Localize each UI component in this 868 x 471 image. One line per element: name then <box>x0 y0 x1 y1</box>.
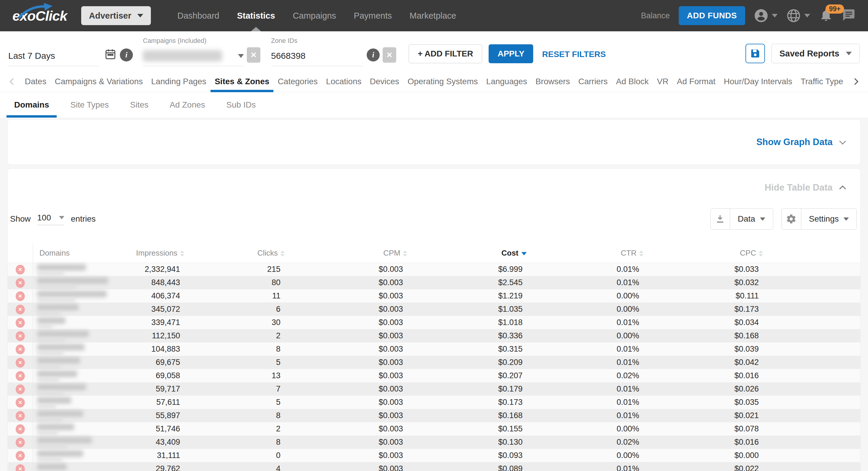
advertiser-role-dropdown[interactable]: Advertiser <box>81 6 151 25</box>
tab-devices[interactable]: Devices <box>366 71 404 92</box>
exclude-domain-button[interactable]: ✕ <box>16 464 25 471</box>
apply-button[interactable]: APPLY <box>489 44 533 63</box>
column-header-impressions[interactable]: Impressions <box>102 244 188 263</box>
tabs-scroll-left-icon[interactable] <box>10 78 17 85</box>
subtab-sub-ids[interactable]: Sub IDs <box>219 92 264 118</box>
date-range-field[interactable]: Last 7 Days <box>8 49 99 66</box>
exclude-domain-button[interactable]: ✕ <box>16 291 25 301</box>
column-header-clicks[interactable]: Clicks <box>188 244 289 263</box>
domain-cell[interactable] <box>33 316 102 329</box>
reset-filters-link[interactable]: RESET FILTERS <box>542 50 606 59</box>
nav-item-dashboard[interactable]: Dashboard <box>168 0 228 31</box>
exoclick-logo[interactable]: exoClick <box>12 0 67 31</box>
tab-traffic-type[interactable]: Traffic Type <box>797 71 847 92</box>
domain-cell[interactable] <box>33 369 102 382</box>
domain-cell[interactable] <box>33 396 102 409</box>
exclude-domain-button[interactable]: ✕ <box>16 371 25 381</box>
tab-vr[interactable]: VR <box>653 71 673 92</box>
nav-item-campaigns[interactable]: Campaigns <box>284 0 345 31</box>
nav-item-statistics[interactable]: Statistics <box>228 0 284 31</box>
exclude-domain-button[interactable]: ✕ <box>16 438 25 447</box>
entries-per-page-select[interactable]: 100 <box>37 213 64 225</box>
subtab-ad-zones[interactable]: Ad Zones <box>162 92 213 118</box>
zone-ids-info-icon[interactable]: i <box>367 49 380 61</box>
account-menu-button[interactable] <box>754 8 778 23</box>
domain-cell[interactable] <box>33 382 102 396</box>
messages-button[interactable] <box>842 8 856 23</box>
tab-languages[interactable]: Languages <box>482 71 531 92</box>
campaigns-filter-field[interactable]: Campaigns (Included) <box>143 37 244 66</box>
subtab-sites[interactable]: Sites <box>122 92 156 118</box>
redacted-domain <box>37 344 85 350</box>
show-graph-data-link[interactable]: Show Graph Data <box>756 137 845 147</box>
exclude-domain-button[interactable]: ✕ <box>16 305 25 315</box>
domain-cell[interactable] <box>33 422 102 436</box>
tab-hour-day-intervals[interactable]: Hour/Day Intervals <box>720 71 797 92</box>
exclude-domain-button[interactable]: ✕ <box>16 384 25 394</box>
domain-cell[interactable] <box>33 462 102 471</box>
clicks-cell: 7 <box>188 382 289 396</box>
add-filter-button[interactable]: + ADD FILTER <box>409 44 482 63</box>
tab-sites-zones[interactable]: Sites & Zones <box>211 71 273 92</box>
data-export-dropdown[interactable]: Data <box>710 208 773 230</box>
tab-landing-pages[interactable]: Landing Pages <box>147 71 211 92</box>
settings-dropdown[interactable]: Settings <box>781 208 857 230</box>
domain-cell[interactable] <box>33 263 102 276</box>
nav-item-payments[interactable]: Payments <box>345 0 401 31</box>
notifications-button[interactable]: 99+ <box>819 8 833 23</box>
table-panel: Hide Table Data Show 100 entries <box>7 169 861 471</box>
tab-browsers[interactable]: Browsers <box>531 71 574 92</box>
domain-cell[interactable] <box>33 343 102 356</box>
campaigns-filter-clear-button[interactable]: ✕ <box>247 47 260 63</box>
date-info-icon[interactable]: i <box>120 49 133 61</box>
exclude-domain-button[interactable]: ✕ <box>16 358 25 367</box>
exclude-cell: ✕ <box>8 422 33 436</box>
subtab-site-types[interactable]: Site Types <box>63 92 116 118</box>
nav-item-marketplace[interactable]: Marketplace <box>401 0 465 31</box>
language-menu-button[interactable] <box>786 8 810 23</box>
table-row: ✕57,6115$0.003$0.1730.01%$0.035 <box>8 396 860 409</box>
exclude-domain-button[interactable]: ✕ <box>16 451 25 461</box>
tab-locations[interactable]: Locations <box>322 71 366 92</box>
exclude-domain-button[interactable]: ✕ <box>16 265 25 274</box>
domain-cell[interactable] <box>33 276 102 289</box>
impressions-cell: 29,762 <box>102 462 188 471</box>
tab-campaigns-variations[interactable]: Campaigns & Variations <box>51 71 147 92</box>
impressions-cell: 104,883 <box>102 343 188 356</box>
exclude-domain-button[interactable]: ✕ <box>16 424 25 434</box>
domain-cell[interactable] <box>33 329 102 343</box>
exclude-domain-button[interactable]: ✕ <box>16 411 25 421</box>
column-header-cost[interactable]: Cost <box>411 244 531 263</box>
subtab-domains[interactable]: Domains <box>6 92 57 118</box>
tab-dates[interactable]: Dates <box>21 71 51 92</box>
exclude-domain-button[interactable]: ✕ <box>16 318 25 328</box>
calendar-icon[interactable] <box>104 48 116 61</box>
domain-cell[interactable] <box>33 302 102 316</box>
cpm-cell: $0.003 <box>289 409 411 422</box>
tab-ad-block[interactable]: Ad Block <box>612 71 653 92</box>
column-header-ctr[interactable]: CTR <box>531 244 647 263</box>
tab-ad-format[interactable]: Ad Format <box>673 71 720 92</box>
hide-table-data-link[interactable]: Hide Table Data <box>765 182 845 193</box>
tabs-scroll-right-icon[interactable] <box>852 78 859 85</box>
zone-ids-clear-button[interactable]: ✕ <box>383 47 396 63</box>
domain-cell[interactable] <box>33 436 102 449</box>
saved-reports-dropdown[interactable]: Saved Reports <box>771 44 860 63</box>
domain-cell[interactable] <box>33 289 102 302</box>
column-header-cpc[interactable]: CPC <box>647 244 767 263</box>
exclude-domain-button[interactable]: ✕ <box>16 278 25 288</box>
domain-cell[interactable] <box>33 449 102 462</box>
domain-cell[interactable] <box>33 409 102 422</box>
domain-cell[interactable] <box>33 356 102 369</box>
exclude-domain-button[interactable]: ✕ <box>16 331 25 341</box>
tab-categories[interactable]: Categories <box>274 71 322 92</box>
save-report-button[interactable] <box>745 44 765 63</box>
tab-carriers[interactable]: Carriers <box>574 71 612 92</box>
balance-label[interactable]: Balance <box>641 11 670 20</box>
tab-operating-systems[interactable]: Operating Systems <box>403 71 482 92</box>
exclude-domain-button[interactable]: ✕ <box>16 398 25 408</box>
exclude-domain-button[interactable]: ✕ <box>16 345 25 354</box>
zone-ids-field[interactable]: Zone IDs 5668398 <box>271 37 363 66</box>
add-funds-button[interactable]: ADD FUNDS <box>679 6 745 25</box>
column-header-cpm[interactable]: CPM <box>289 244 411 263</box>
